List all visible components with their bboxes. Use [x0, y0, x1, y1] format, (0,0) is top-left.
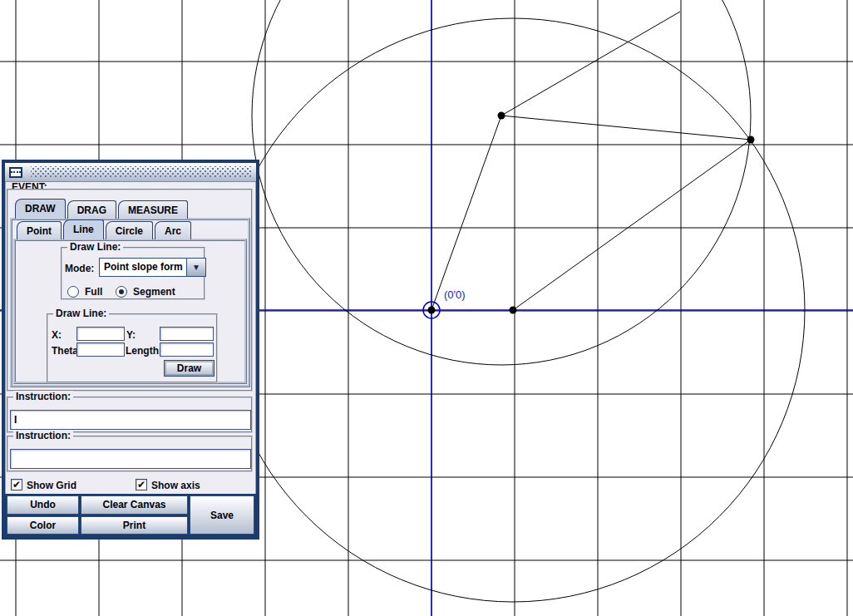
point-marker[interactable] — [510, 307, 517, 314]
mode-selected-value: Point slope form — [100, 259, 186, 276]
save-button[interactable]: Save — [190, 495, 254, 535]
window-icon — [9, 167, 22, 178]
shape-tabs: PointLineCircleArc — [17, 220, 193, 239]
y-input[interactable] — [160, 327, 214, 341]
title-drag-texture[interactable] — [31, 166, 252, 178]
point-marker[interactable] — [498, 112, 505, 120]
instruction-input-2[interactable] — [10, 449, 251, 469]
draw-button[interactable]: Draw — [164, 360, 214, 377]
subtab-line[interactable]: Line — [63, 219, 104, 239]
instruction-input-1[interactable] — [10, 410, 251, 430]
color-button[interactable]: Color — [7, 516, 79, 535]
mode-label: Mode: — [65, 263, 94, 274]
show-axis-label[interactable]: Show axis — [151, 480, 200, 491]
show-axis-checkbox[interactable]: ✔ — [136, 479, 147, 490]
radio-full[interactable] — [67, 286, 79, 298]
length-input[interactable] — [160, 342, 214, 357]
palette-title-bar[interactable] — [5, 163, 256, 182]
tool-palette-window: EVENT: DRAWDRAGMEASURE PointLineCircleAr… — [2, 160, 259, 540]
radio-segment-label[interactable]: Segment — [133, 286, 175, 298]
point-marker[interactable] — [428, 307, 436, 314]
chevron-down-icon[interactable]: ▼ — [186, 259, 205, 276]
subtab-circle[interactable]: Circle — [106, 221, 153, 239]
clear-canvas-button[interactable]: Clear Canvas — [81, 495, 188, 515]
action-buttons: Undo Clear Canvas Save Color Print — [5, 494, 256, 536]
undo-button[interactable]: Undo — [7, 495, 79, 515]
print-button[interactable]: Print — [81, 516, 188, 535]
x-label: X: — [52, 329, 62, 341]
show-grid-checkbox[interactable]: ✔ — [11, 479, 22, 490]
x-input[interactable] — [76, 327, 125, 341]
tab-draw[interactable]: DRAW — [15, 199, 66, 219]
radio-segment[interactable] — [116, 286, 127, 298]
mode-select[interactable]: Point slope form ▼ — [99, 258, 206, 277]
instruction-title-1: Instruction: — [13, 391, 73, 402]
subtab-point[interactable]: Point — [17, 221, 62, 239]
tab-measure[interactable]: MEASURE — [118, 200, 188, 219]
length-label: Length: — [126, 345, 162, 357]
y-label: Y: — [126, 329, 136, 341]
mode-tabs: DRAWDRAGMEASURE — [15, 199, 190, 219]
tab-drag[interactable]: DRAG — [67, 200, 116, 219]
draw-line-mode-title: Draw Line: — [67, 241, 123, 253]
theta-input[interactable] — [76, 342, 125, 357]
show-grid-label[interactable]: Show Grid — [27, 480, 76, 491]
draw-line-params-title: Draw Line: — [53, 308, 109, 319]
radio-full-label[interactable]: Full — [85, 286, 102, 298]
subtab-arc[interactable]: Arc — [155, 221, 191, 239]
screen: { "palette": { "event_label": "EVENT:", … — [0, 0, 853, 616]
instruction-title-2: Instruction: — [13, 430, 73, 441]
point-marker[interactable] — [747, 136, 755, 144]
origin-label: (0'0) — [444, 288, 466, 301]
